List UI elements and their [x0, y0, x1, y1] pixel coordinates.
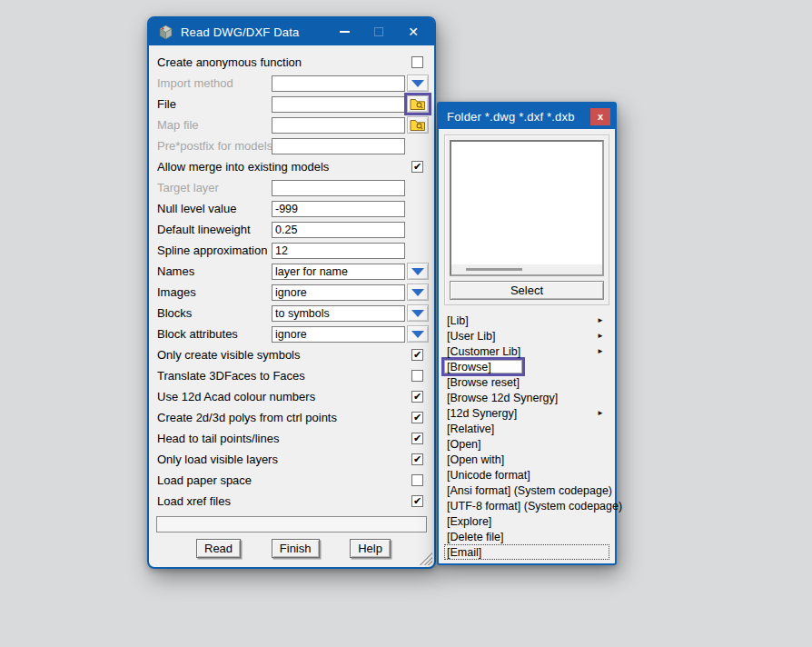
menu-item[interactable]: [Explore] — [444, 513, 609, 529]
menu-item[interactable]: [12d Synergy] ► — [444, 405, 609, 421]
field-input[interactable] — [272, 326, 405, 343]
checkbox[interactable] — [411, 474, 423, 486]
field-input[interactable] — [272, 284, 405, 301]
horizontal-scrollbar[interactable] — [451, 264, 602, 274]
menu-item[interactable]: [Open] — [444, 436, 609, 452]
field-input[interactable] — [272, 264, 405, 280]
row-control — [405, 95, 429, 113]
popup-close-icon: x — [598, 112, 603, 122]
checkmark-icon: ✔ — [413, 392, 421, 402]
folder-search-icon — [410, 98, 426, 111]
form-row: Spline approximation — [153, 240, 431, 261]
minimize-button[interactable] — [331, 21, 358, 43]
field-input[interactable] — [272, 117, 405, 134]
dialog-body: Create anonymous function Import method … — [149, 45, 434, 567]
12d-cube-icon — [158, 25, 173, 40]
menu-item[interactable]: [Ansi format] (System codepage) — [444, 483, 609, 498]
field-input[interactable] — [272, 96, 405, 113]
checkbox-row-label: Create anonymous function — [157, 55, 411, 69]
action-button[interactable]: Help — [350, 539, 391, 558]
menu-item-label: [Email] — [447, 546, 481, 559]
resize-grip[interactable] — [420, 552, 432, 565]
checkbox[interactable]: ✔ — [411, 349, 423, 361]
checkbox[interactable]: ✔ — [411, 495, 423, 507]
row-control — [405, 304, 429, 322]
menu-item-label: [Ansi format] (System codepage) — [447, 484, 612, 497]
field-input[interactable] — [272, 305, 405, 322]
menu-item[interactable]: [Open with] — [444, 452, 609, 467]
menu-item[interactable]: [Relative] — [444, 421, 609, 436]
field-label: Pre*postfix for models — [157, 139, 272, 153]
folder-button[interactable] — [407, 116, 429, 134]
menu-item[interactable]: [Lib] ► — [444, 313, 609, 328]
form-row: File — [153, 94, 431, 114]
field-input[interactable] — [272, 138, 405, 154]
menu-item[interactable]: [UTF-8 format] (System codepage) — [444, 498, 609, 513]
form-row: Import method — [153, 73, 431, 94]
menu-item[interactable]: [User Lib] ► — [444, 328, 609, 343]
field-label: Default lineweight — [157, 223, 272, 236]
menu-item[interactable]: [Email] — [444, 544, 609, 560]
checkbox-row: Head to tail points/lines ✔ — [153, 428, 431, 449]
dropdown-button[interactable] — [407, 284, 429, 301]
field-label: Images — [157, 285, 272, 299]
read-dwg-dxf-dialog: Read DWG/DXF Data ✕ Create anonymous fun… — [147, 16, 436, 569]
checkbox[interactable]: ✔ — [411, 161, 423, 173]
popup-menu: [Lib] ► [User Lib] ► [Customer Lib] ► [B… — [444, 313, 609, 562]
form-row: Images — [153, 282, 431, 303]
menu-item[interactable]: [Browse reset] — [444, 374, 609, 390]
status-field[interactable] — [156, 516, 427, 533]
checkbox-row: Allow merge into existing models ✔ — [153, 156, 431, 177]
menu-item-label: [Relative] — [447, 423, 494, 435]
popup-close-button[interactable]: x — [590, 108, 610, 125]
form-row: Null level value — [153, 198, 431, 219]
action-button[interactable]: Read — [196, 539, 241, 558]
field-input[interactable] — [272, 222, 405, 238]
folder-popup: Folder *.dwg *.dxf *.dxb x Select [Lib] … — [437, 102, 617, 565]
folder-search-icon — [410, 119, 426, 132]
maximize-button[interactable] — [365, 21, 392, 43]
dropdown-button[interactable] — [407, 304, 429, 322]
checkbox[interactable]: ✔ — [411, 391, 423, 403]
scrollbar-thumb[interactable] — [466, 268, 522, 271]
menu-item-label: [User Lib] — [447, 330, 496, 343]
checkbox[interactable] — [411, 370, 423, 382]
checkbox[interactable] — [411, 56, 423, 68]
field-input[interactable] — [272, 243, 405, 259]
menu-item-label: [Browse] — [447, 361, 491, 373]
checkbox[interactable]: ✔ — [411, 453, 423, 465]
main-titlebar[interactable]: Read DWG/DXF Data ✕ — [149, 18, 434, 45]
popup-titlebar[interactable]: Folder *.dwg *.dxf *.dxb x — [439, 104, 615, 129]
menu-item-label: [Explore] — [447, 515, 491, 528]
form-row: Pre*postfix for models — [153, 135, 431, 156]
dropdown-button[interactable] — [407, 263, 429, 280]
folder-button[interactable] — [407, 95, 429, 113]
file-listbox[interactable] — [450, 140, 604, 276]
field-input[interactable] — [272, 201, 405, 217]
select-button[interactable]: Select — [450, 281, 604, 300]
chevron-down-icon — [411, 310, 424, 317]
checkbox-row-label: Translate 3DFaces to Faces — [157, 369, 411, 383]
menu-item[interactable]: [Unicode format] — [444, 467, 609, 483]
menu-item[interactable]: [Delete file] — [444, 529, 609, 544]
close-button[interactable]: ✕ — [400, 21, 427, 43]
form-row: Map file — [153, 114, 431, 135]
menu-item-label: [UTF-8 format] (System codepage) — [447, 500, 622, 513]
field-input[interactable] — [272, 180, 405, 196]
menu-item[interactable]: [Customer Lib] ► — [444, 343, 609, 359]
dropdown-button[interactable] — [407, 325, 429, 343]
field-input[interactable] — [272, 75, 405, 92]
checkbox[interactable]: ✔ — [411, 433, 423, 444]
checkbox-row: Create anonymous function — [153, 52, 431, 73]
menu-item-label: [Unicode format] — [447, 469, 530, 482]
submenu-arrow-icon: ► — [597, 410, 604, 417]
menu-item[interactable]: [Browse 12d Synergy] — [444, 390, 609, 405]
form-row: Target layer — [153, 177, 431, 198]
checkbox-row: Use 12d Acad colour numbers ✔ — [153, 386, 431, 407]
dropdown-button[interactable] — [407, 75, 429, 92]
menu-item[interactable]: [Browse] — [444, 359, 609, 374]
action-button[interactable]: Finish — [272, 539, 320, 558]
checkbox[interactable]: ✔ — [411, 412, 423, 423]
form-row: Names — [153, 261, 431, 282]
field-label: Blocks — [157, 306, 272, 320]
